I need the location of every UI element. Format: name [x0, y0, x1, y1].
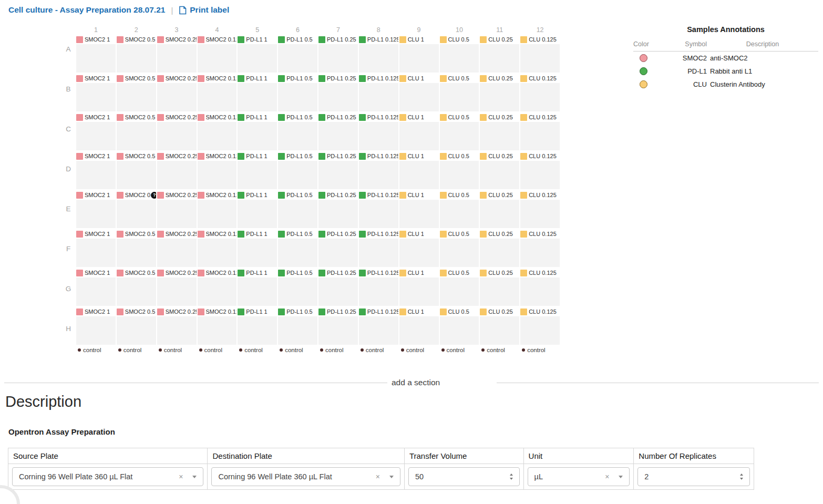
well-D3[interactable] [157, 161, 197, 189]
well-F9[interactable] [399, 239, 439, 267]
well-annotation-G9[interactable]: CLU 1 [399, 268, 439, 277]
plate-col-header-9[interactable]: 9 [399, 26, 439, 35]
source-plate-clear-icon[interactable]: × [179, 472, 183, 481]
control-col-3[interactable]: control [157, 346, 197, 354]
plate-col-header-6[interactable]: 6 [278, 26, 317, 35]
well-E6[interactable] [278, 200, 317, 228]
well-annotation-D9[interactable]: CLU 1 [399, 151, 439, 161]
well-B10[interactable] [440, 83, 479, 111]
well-C1[interactable] [76, 122, 116, 150]
well-annotation-H10[interactable]: CLU 0.5 [440, 307, 479, 316]
well-B12[interactable] [520, 83, 560, 111]
well-G2[interactable] [117, 277, 156, 306]
destination-plate-select[interactable]: Corning 96 Well Plate 360 µL Flat× [211, 467, 400, 486]
well-annotation-D1[interactable]: SMOC2 1 [76, 151, 116, 161]
well-G11[interactable] [480, 277, 519, 306]
well-D11[interactable] [480, 161, 519, 189]
well-annotation-H1[interactable]: SMOC2 1 [76, 307, 116, 316]
well-annotation-A4[interactable]: SMOC2 0.125 [198, 35, 237, 44]
well-annotation-C4[interactable]: SMOC2 0.125 [198, 112, 237, 122]
page-title[interactable]: Cell culture - Assay Preparation 28.07.2… [8, 5, 165, 15]
well-C10[interactable] [440, 122, 479, 150]
well-annotation-B12[interactable]: CLU 0.125 [520, 74, 560, 83]
add-section-button[interactable]: add a section [392, 378, 440, 387]
well-D2[interactable] [117, 161, 156, 189]
well-F1[interactable] [76, 239, 116, 267]
well-annotation-H9[interactable]: CLU 1 [399, 307, 439, 316]
well-A8[interactable] [359, 44, 398, 73]
plate-col-header-11[interactable]: 11 [480, 26, 519, 35]
well-E7[interactable] [318, 200, 358, 228]
well-annotation-H12[interactable]: CLU 0.125 [520, 307, 560, 316]
well-H9[interactable] [399, 316, 439, 345]
well-C8[interactable] [359, 122, 398, 150]
well-annotation-D6[interactable]: PD-L1 0.5 [278, 151, 317, 161]
well-annotation-H6[interactable]: PD-L1 0.5 [278, 307, 317, 316]
control-col-9[interactable]: control [399, 346, 439, 354]
well-annotation-D10[interactable]: CLU 0.5 [440, 151, 479, 161]
well-annotation-G4[interactable]: SMOC2 0.125 [198, 268, 237, 277]
well-annotation-A11[interactable]: CLU 0.25 [480, 35, 519, 44]
well-D9[interactable] [399, 161, 439, 189]
well-annotation-F10[interactable]: CLU 0.5 [440, 229, 479, 239]
well-A4[interactable] [198, 44, 237, 73]
control-col-4[interactable]: control [198, 346, 237, 354]
number-of-replicates-stepper-down-icon[interactable] [740, 478, 743, 480]
well-C2[interactable] [117, 122, 156, 150]
plate-row-header-A[interactable]: A [62, 35, 75, 63]
transfer-volume-input[interactable]: 50 [408, 467, 520, 486]
well-annotation-E5[interactable]: PD-L1 1 [238, 190, 277, 200]
well-E5[interactable] [238, 200, 277, 228]
well-annotation-G7[interactable]: PD-L1 0.25 [318, 268, 358, 277]
well-annotation-F7[interactable]: PD-L1 0.25 [318, 229, 358, 239]
well-annotation-C10[interactable]: CLU 0.5 [440, 112, 479, 122]
well-annotation-H11[interactable]: CLU 0.25 [480, 307, 519, 316]
well-annotation-G11[interactable]: CLU 0.25 [480, 268, 519, 277]
well-C7[interactable] [318, 122, 358, 150]
well-A6[interactable] [278, 44, 317, 73]
well-A9[interactable] [399, 44, 439, 73]
well-F3[interactable] [157, 239, 197, 267]
well-annotation-B4[interactable]: SMOC2 0.125 [198, 74, 237, 83]
well-annotation-D4[interactable]: SMOC2 0.125 [198, 151, 237, 161]
well-annotation-A9[interactable]: CLU 1 [399, 35, 439, 44]
plate-row-header-D[interactable]: D [62, 155, 75, 183]
well-F7[interactable] [318, 239, 358, 267]
well-B1[interactable] [76, 83, 116, 111]
well-F6[interactable] [278, 239, 317, 267]
well-annotation-C5[interactable]: PD-L1 1 [238, 112, 277, 122]
well-B5[interactable] [238, 83, 277, 111]
plate-col-header-3[interactable]: 3 [157, 26, 197, 35]
well-B9[interactable] [399, 83, 439, 111]
well-annotation-F1[interactable]: SMOC2 1 [76, 229, 116, 239]
well-annotation-F6[interactable]: PD-L1 0.5 [278, 229, 317, 239]
well-annotation-H2[interactable]: SMOC2 0.5 [117, 307, 156, 316]
well-annotation-D8[interactable]: PD-L1 0.125 [359, 151, 398, 161]
well-B3[interactable] [157, 83, 197, 111]
well-annotation-D3[interactable]: SMOC2 0.25 [157, 151, 197, 161]
well-annotation-C3[interactable]: SMOC2 0.25 [157, 112, 197, 122]
well-C3[interactable] [157, 122, 197, 150]
well-A12[interactable] [520, 44, 560, 73]
well-B4[interactable] [198, 83, 237, 111]
well-D7[interactable] [318, 161, 358, 189]
well-annotation-E1[interactable]: SMOC2 1 [76, 190, 116, 200]
plate-col-header-2[interactable]: 2 [117, 26, 156, 35]
well-annotation-H8[interactable]: PD-L1 0.125 [359, 307, 398, 316]
well-annotation-A3[interactable]: SMOC2 0.25 [157, 35, 197, 44]
plate-col-header-12[interactable]: 12 [520, 26, 560, 35]
plate-row-header-H[interactable]: H [62, 314, 75, 343]
plate-col-header-1[interactable]: 1 [76, 26, 116, 35]
well-annotation-E8[interactable]: PD-L1 0.125 [359, 190, 398, 200]
well-F5[interactable] [238, 239, 277, 267]
well-F8[interactable] [359, 239, 398, 267]
well-annotation-E3[interactable]: SMOC2 0.25 [157, 190, 197, 200]
well-E9[interactable] [399, 200, 439, 228]
number-of-replicates-input[interactable]: 2 [637, 467, 750, 486]
well-C12[interactable] [520, 122, 560, 150]
well-annotation-G8[interactable]: PD-L1 0.125 [359, 268, 398, 277]
well-D1[interactable] [76, 161, 116, 189]
well-H6[interactable] [278, 316, 317, 345]
well-F11[interactable] [480, 239, 519, 267]
transfer-volume-stepper[interactable] [510, 474, 513, 480]
